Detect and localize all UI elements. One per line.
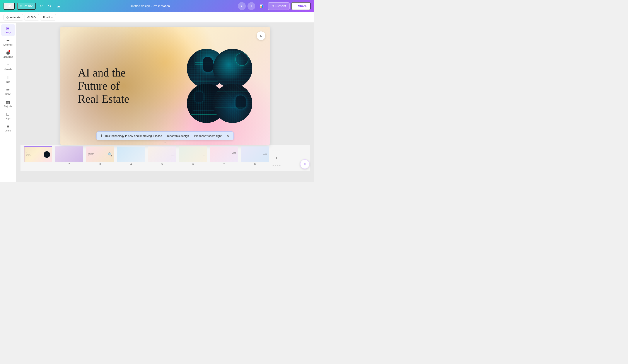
thumb-inner-1: AI and theFuture ofReal Estate [24, 146, 52, 162]
thumb-num-3: 3 [86, 163, 114, 165]
duration-button[interactable]: ⏱ 5.0s [24, 14, 39, 20]
uploads-icon: ↑ [7, 63, 9, 67]
thumbnail-2[interactable]: 2 [55, 146, 83, 169]
design-icon: ⊞ [6, 26, 10, 30]
thumbnail-5[interactable]: Benefitsto buyers 5 [148, 146, 176, 169]
sidebar: ⊞ Design ✦ Elements ◉ Brand Hub ↑ Upload… [0, 23, 16, 182]
thumb-inner-4 [117, 146, 145, 162]
animate-button[interactable]: ◎ Animate [3, 14, 23, 20]
share-icon: ↑ [295, 4, 297, 8]
thumb-inner-5: Benefitsto buyers [148, 146, 176, 162]
thumb-inner-6: Benefits tosellers [179, 146, 207, 162]
sidebar-item-brand-hub[interactable]: ◉ Brand Hub [1, 49, 15, 60]
filmstrip: AI and theFuture ofReal Estate 1 2 Curre… [20, 145, 310, 171]
banner-close-button[interactable]: ✕ [226, 134, 229, 138]
elements-icon: ✦ [6, 38, 10, 43]
document-title[interactable]: Untitled design - Presentation [64, 4, 235, 8]
refresh-button[interactable]: ↻ [257, 31, 265, 40]
collapse-handle[interactable]: ⌄ [164, 141, 166, 144]
magic-ai-button[interactable]: ✦ [300, 159, 310, 169]
sidebar-item-design[interactable]: ⊞ Design [1, 24, 15, 36]
animate-icon: ◎ [6, 16, 9, 19]
draw-icon: ✏ [6, 88, 10, 92]
clock-icon: ⏱ [27, 16, 30, 19]
thumb-num-2: 2 [55, 163, 83, 165]
analytics-button[interactable]: 📊 [257, 2, 266, 9]
charts-icon: ≡ [7, 124, 9, 129]
thumbnail-6[interactable]: Benefits tosellers 6 [179, 146, 207, 169]
thumb-num-8: 8 [241, 163, 269, 165]
monitor-icon: ⊡ [271, 4, 274, 8]
projects-icon: ▦ [6, 100, 10, 104]
chart-icon: 📊 [260, 4, 263, 8]
save-cloud-button[interactable]: ☁ [55, 2, 62, 10]
flower-circle-tr [213, 49, 252, 88]
sidebar-item-charts[interactable]: ≡ Charts [1, 123, 15, 134]
sidebar-item-apps[interactable]: ⊡ Apps [1, 110, 15, 122]
thumb-inner-7: Potentialdrawbacks [210, 146, 238, 162]
thumbnail-4[interactable]: 4 [117, 146, 145, 169]
redo-button[interactable]: ↪ [47, 2, 53, 10]
sidebar-item-uploads[interactable]: ↑ Uploads [1, 61, 15, 72]
brand-hub-icon: ◉ [6, 51, 10, 55]
position-button[interactable]: Position [40, 14, 56, 20]
thumbnail-7[interactable]: Potentialdrawbacks 7 [210, 146, 238, 169]
sidebar-item-projects[interactable]: ▦ Projects [1, 98, 15, 109]
sidebar-item-text[interactable]: T Text [1, 73, 15, 85]
report-link[interactable]: report this design [167, 134, 189, 138]
add-slide-button[interactable]: + [272, 150, 281, 166]
thumbnail-3[interactable]: Current state ofthe real estateindustry … [86, 146, 114, 169]
present-button[interactable]: ⊡ Present [268, 2, 290, 10]
add-button[interactable]: + [247, 2, 255, 10]
thumb-num-1: 1 [24, 163, 52, 165]
topbar: File ⊞ Resize ↩ ↪ ☁ Untitled design - Pr… [0, 0, 314, 12]
ai-icon: ✦ [240, 4, 243, 8]
canvas-area: AI and the Future of Real Estate [16, 23, 314, 182]
toolbar: ◎ Animate ⏱ 5.0s Position [0, 12, 314, 23]
info-icon: ℹ [101, 134, 102, 138]
flower-circle-br [213, 84, 252, 123]
ai-visual-element[interactable] [182, 49, 257, 123]
slide-title[interactable]: AI and the Future of Real Estate [78, 66, 129, 105]
resize-icon: ⊞ [20, 4, 22, 8]
resize-button[interactable]: ⊞ Resize [17, 2, 36, 9]
main-layout: ⊞ Design ✦ Elements ◉ Brand Hub ↑ Upload… [0, 23, 314, 182]
thumb-inner-8: Conclusion andfuturepossibilities [241, 146, 269, 162]
share-button[interactable]: ↑ Share [291, 2, 311, 10]
sidebar-item-draw[interactable]: ✏ Draw [1, 86, 15, 97]
thumb-num-4: 4 [117, 163, 145, 165]
canva-ai-button[interactable]: ✦ [238, 2, 246, 10]
undo-button[interactable]: ↩ [38, 2, 44, 10]
thumbnail-8[interactable]: Conclusion andfuturepossibilities 8 [241, 146, 269, 169]
info-banner: ℹ This technology is new and improving. … [96, 132, 234, 140]
apps-icon: ⊡ [6, 112, 10, 116]
thumb-num-5: 5 [148, 163, 176, 165]
thumb-inner-3: Current state ofthe real estateindustry … [86, 146, 114, 162]
file-menu-button[interactable]: File [3, 2, 15, 9]
thumb-num-7: 7 [210, 163, 238, 165]
sidebar-item-elements[interactable]: ✦ Elements [1, 37, 15, 48]
thumbnail-1[interactable]: AI and theFuture ofReal Estate 1 [24, 146, 52, 169]
thumb-num-6: 6 [179, 163, 207, 165]
text-icon: T [6, 75, 9, 80]
slide-canvas[interactable]: AI and the Future of Real Estate [60, 27, 270, 145]
thumb-inner-2 [55, 146, 83, 162]
